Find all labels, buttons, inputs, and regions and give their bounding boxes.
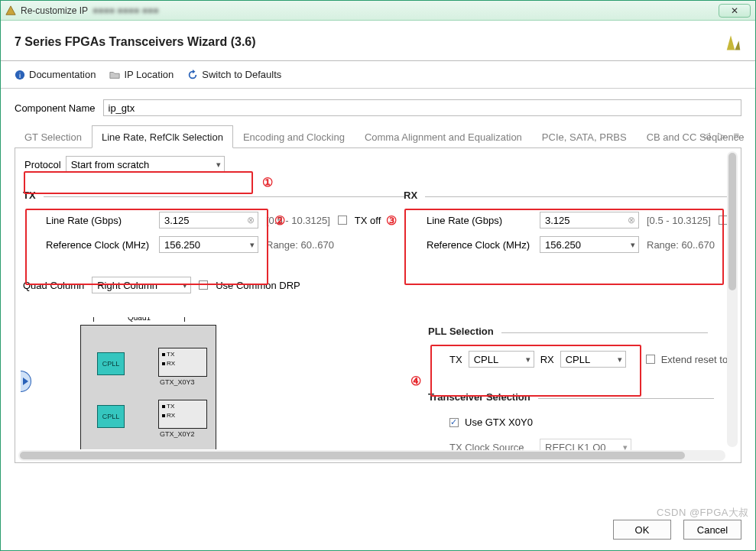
app-icon [5, 5, 16, 16]
switch-defaults-link[interactable]: Switch to Defaults [187, 69, 281, 80]
tab-encoding-clocking[interactable]: Encoding and Clocking [233, 125, 355, 147]
switch-defaults-label: Switch to Defaults [202, 69, 281, 80]
chevron-down-icon: ▾ [250, 240, 255, 250]
close-icon: ✕ [731, 5, 738, 16]
svg-text:i: i [19, 70, 21, 79]
svg-marker-2 [735, 41, 740, 50]
tx-line-rate-value: 3.125 [164, 215, 190, 226]
tab-scroll-controls: ◁ ▷ ≡ [700, 128, 741, 143]
refresh-icon [187, 70, 198, 80]
pll-rx-label: RX [540, 354, 554, 365]
quad-column-row: Quad Column Right Column ▾ Use Common DR… [23, 277, 300, 293]
protocol-label: Protocol [24, 159, 61, 170]
clear-icon[interactable]: ⊗ [628, 215, 635, 225]
ip-location-label: IP Location [124, 69, 174, 80]
tab-gt-selection[interactable]: GT Selection [15, 125, 92, 147]
rx-section: RX Line Rate (Gbps) 3.125 ⊗ [0.5 - 10.31… [404, 190, 732, 253]
pll-tx-select[interactable]: CPLL ▾ [469, 351, 534, 368]
folder-icon [109, 70, 120, 80]
horizontal-scrollbar[interactable] [18, 450, 725, 461]
tx-line-rate-input[interactable]: 3.125 ⊗ [159, 212, 258, 229]
divider [501, 332, 708, 333]
window-root: Re-customize IP ■■■■ ■■■■ ■■■ ✕ 7 Series… [0, 0, 756, 551]
window-title: Re-customize IP [21, 5, 88, 16]
button-row: OK Cancel [613, 520, 741, 540]
use-gtx-label: Use GTX X0Y0 [465, 416, 533, 428]
clear-icon[interactable]: ⊗ [247, 215, 255, 225]
documentation-link[interactable]: i Documentation [15, 69, 96, 80]
diagram-gtx-name-2: GTX_X0Y2 [160, 430, 195, 438]
tx-title: TX [23, 190, 36, 201]
blurred-context: ■■■■ ■■■■ ■■■ [92, 5, 158, 16]
ok-button[interactable]: OK [613, 520, 671, 540]
pll-tx-label: TX [449, 354, 462, 365]
protocol-value: Start from scratch [71, 159, 150, 170]
rx-refclk-hint: Range: 60..670 [647, 239, 715, 251]
tx-refclk-label: Reference Clock (MHz) [46, 239, 151, 251]
tx-line-rate-label: Line Rate (Gbps) [46, 215, 151, 226]
rx-refclk-label: Reference Clock (MHz) [427, 239, 532, 251]
rx-title: RX [404, 190, 417, 201]
pll-row: TX CPLL ▾ RX CPLL ▾ Extend reset to [449, 351, 728, 368]
tx-section: TX Line Rate (Gbps) 3.125 ⊗ [0.5 - 10.31… [23, 190, 405, 253]
tab-pcie-sata-prbs[interactable]: PCIe, SATA, PRBS [532, 125, 637, 147]
tab-scroll-left[interactable]: ◁ [700, 128, 712, 143]
diagram-quad-board [80, 325, 216, 450]
diagram-tx-label: TX [167, 351, 174, 358]
pll-tx-value: CPLL [474, 354, 499, 365]
use-gtx-checkbox[interactable] [449, 418, 459, 427]
ip-location-link[interactable]: IP Location [109, 69, 174, 80]
rx-line-rate-input[interactable]: 3.125 ⊗ [540, 212, 639, 229]
annotation-marker-3: ③ [386, 213, 397, 228]
svg-marker-0 [6, 5, 15, 14]
wizard-title: 7 Series FPGAs Transceivers Wizard (3.6) [15, 35, 256, 49]
diagram-gtx-block-2: TX RX [158, 400, 207, 429]
quad-column-label: Quad Column [23, 280, 84, 291]
chevron-down-icon: ▾ [183, 280, 187, 290]
rx-refclk-select[interactable]: 156.250 ▾ [540, 236, 639, 253]
divider [425, 196, 732, 197]
divider [538, 398, 714, 399]
annotation-marker-1: ① [262, 175, 273, 190]
info-icon: i [15, 70, 25, 80]
rx-refclk-value: 156.250 [545, 239, 581, 251]
watermark: CSDN @FPGA大叔 [657, 506, 749, 520]
component-name-input[interactable] [103, 99, 742, 116]
quad-column-value: Right Column [97, 280, 157, 291]
vertical-scrollbar[interactable] [727, 151, 738, 447]
chevron-down-icon: ▾ [618, 355, 622, 365]
tx-refclk-row: Reference Clock (MHz) 156.250 ▾ Range: 6… [46, 236, 405, 253]
pll-section: PLL Selection TX CPLL ▾ RX CPLL ▾ [428, 326, 728, 368]
scroll-thumb[interactable] [728, 153, 736, 290]
tx-off-label: TX off [355, 215, 381, 226]
toolbar: i Documentation IP Location Switch to De… [1, 61, 755, 88]
tx-refclk-select[interactable]: 156.250 ▾ [159, 236, 258, 253]
quad-column-select[interactable]: Right Column ▾ [92, 277, 191, 293]
tx-off-checkbox[interactable] [338, 216, 347, 225]
chevron-down-icon: ▾ [526, 355, 530, 365]
pll-rx-select[interactable]: CPLL ▾ [560, 351, 626, 368]
rx-line-rate-row: Line Rate (Gbps) 3.125 ⊗ [0.5 - 10.3125] [427, 212, 732, 229]
use-common-drp-checkbox[interactable] [199, 280, 208, 290]
scroll-thumb[interactable] [20, 452, 685, 459]
annotation-marker-2: ② [274, 213, 285, 228]
tab-scroll-right[interactable]: ▷ [715, 128, 728, 143]
extend-reset-label: Extend reset to [661, 354, 728, 365]
extend-reset-checkbox[interactable] [646, 355, 655, 364]
rx-refclk-row: Reference Clock (MHz) 156.250 ▾ Range: 6… [427, 236, 732, 253]
component-name-row: Component Name [15, 99, 741, 116]
annotation-marker-4: ④ [410, 374, 421, 388]
tx-refclk-hint: Range: 60..670 [266, 239, 334, 251]
close-button[interactable]: ✕ [719, 4, 751, 18]
divider [44, 196, 405, 197]
protocol-select[interactable]: Start from scratch ▾ [66, 156, 225, 173]
tab-comma-alignment[interactable]: Comma Alignment and Equalization [355, 125, 532, 147]
titlebar: Re-customize IP ■■■■ ■■■■ ■■■ ✕ [1, 1, 755, 21]
tab-line-rate-refclk[interactable]: Line Rate, RefClk Selection [92, 125, 233, 148]
protocol-row: Protocol Start from scratch ▾ [24, 156, 732, 173]
tab-menu-icon[interactable]: ≡ [731, 128, 741, 143]
vendor-logo-icon [720, 31, 741, 53]
rx-line-rate-value: 3.125 [545, 215, 570, 226]
cancel-button[interactable]: Cancel [683, 520, 741, 540]
tabs-wrapper: GT Selection Line Rate, RefClk Selection… [15, 125, 741, 148]
